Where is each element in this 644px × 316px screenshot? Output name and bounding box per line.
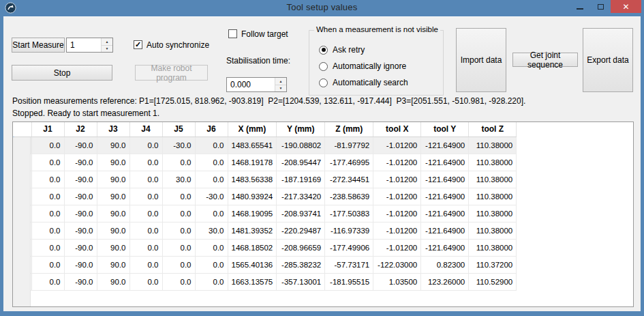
table-cell[interactable]: 90.0 <box>97 222 129 239</box>
column-header[interactable]: Z (mm) <box>325 122 373 137</box>
get-joint-sequence-button[interactable]: Get joint sequence <box>512 53 578 67</box>
column-header[interactable]: tool Y <box>421 122 469 137</box>
close-button[interactable]: ✕ <box>611 0 641 13</box>
table-cell[interactable]: 110.38000 <box>469 222 517 239</box>
table-cell[interactable]: 0.0 <box>31 137 64 154</box>
table-cell[interactable]: 1483.65541 <box>228 137 277 154</box>
table-cell[interactable]: -90.0 <box>64 154 97 171</box>
table-cell[interactable]: -220.29487 <box>277 222 325 239</box>
table-cell[interactable]: 90.0 <box>97 205 129 222</box>
table-cell[interactable]: -238.58639 <box>325 188 373 205</box>
table-cell[interactable]: 1.03500 <box>373 273 421 290</box>
table-cell[interactable]: -121.64900 <box>421 239 469 256</box>
table-cell[interactable]: -121.64900 <box>421 222 469 239</box>
table-cell[interactable]: -116.97339 <box>325 222 373 239</box>
table-cell[interactable]: -1.01200 <box>373 222 421 239</box>
table-cell[interactable]: 1481.39352 <box>228 222 277 239</box>
table-cell[interactable]: 0.0 <box>31 239 64 256</box>
table-cell[interactable]: 0.0 <box>195 205 228 222</box>
title-bar[interactable]: Tool setup values ✕ <box>0 0 644 16</box>
table-cell[interactable]: -121.64900 <box>421 188 469 205</box>
table-cell[interactable]: -30.0 <box>162 137 195 154</box>
table-cell[interactable]: 1468.19178 <box>228 154 277 171</box>
table-cell[interactable]: 0.0 <box>162 256 195 273</box>
table-cell[interactable]: -1.01200 <box>373 205 421 222</box>
table-cell[interactable]: 0.0 <box>31 188 64 205</box>
table-cell[interactable]: -90.0 <box>64 222 97 239</box>
radio-icon[interactable] <box>319 78 328 87</box>
measure-number-value[interactable]: 1 <box>67 38 101 52</box>
table-cell[interactable]: -177.49906 <box>325 239 373 256</box>
table-cell[interactable]: 90.0 <box>97 137 129 154</box>
maximize-button[interactable] <box>590 0 611 13</box>
table-cell[interactable]: -181.95515 <box>325 273 373 290</box>
table-cell[interactable]: 90.0 <box>97 256 129 273</box>
table-cell[interactable]: 30.0 <box>195 222 228 239</box>
column-header[interactable]: J2 <box>64 122 97 137</box>
table-cell[interactable]: -208.96659 <box>277 239 325 256</box>
table-cell[interactable]: 110.38000 <box>469 154 517 171</box>
table-cell[interactable]: -217.33420 <box>277 188 325 205</box>
table-cell[interactable]: 90.0 <box>97 273 129 290</box>
table-cell[interactable]: -272.34451 <box>325 171 373 188</box>
table-cell[interactable]: -177.50383 <box>325 205 373 222</box>
table-cell[interactable]: 0.0 <box>129 256 162 273</box>
spin-down-icon[interactable]: ▼ <box>275 85 286 92</box>
table-cell[interactable]: 1468.18502 <box>228 239 277 256</box>
table-cell[interactable]: 90.0 <box>97 188 129 205</box>
table-cell[interactable]: -30.0 <box>195 188 228 205</box>
table-cell[interactable]: 110.38000 <box>469 137 517 154</box>
table-cell[interactable]: 0.0 <box>195 154 228 171</box>
table-cell[interactable]: -1.01200 <box>373 239 421 256</box>
column-header[interactable]: Y (mm) <box>277 122 325 137</box>
column-header[interactable]: X (mm) <box>228 122 277 137</box>
radio-icon[interactable] <box>319 62 328 71</box>
table-cell[interactable]: -208.95447 <box>277 154 325 171</box>
table-cell[interactable]: -1.01200 <box>373 154 421 171</box>
table-cell[interactable]: 0.0 <box>31 171 64 188</box>
table-cell[interactable]: 0.0 <box>195 171 228 188</box>
table-cell[interactable]: -1.01200 <box>373 188 421 205</box>
radio-option-automatically-search[interactable]: Automatically search <box>319 74 440 91</box>
column-header[interactable]: J6 <box>195 122 228 137</box>
table-cell[interactable]: 90.0 <box>97 239 129 256</box>
table-cell[interactable]: 0.82300 <box>421 256 469 273</box>
table-cell[interactable]: 110.38000 <box>469 171 517 188</box>
auto-synchronize-checkbox[interactable]: Auto synchronize <box>134 40 209 50</box>
table-cell[interactable]: 110.52900 <box>469 273 517 290</box>
table-cell[interactable]: 0.0 <box>162 222 195 239</box>
table-cell[interactable]: 110.37200 <box>469 256 517 273</box>
table-cell[interactable]: -187.19169 <box>277 171 325 188</box>
table-cell[interactable]: 0.0 <box>162 273 195 290</box>
spin-down-icon[interactable]: ▼ <box>102 46 112 53</box>
table-cell[interactable]: -90.0 <box>64 239 97 256</box>
table-cell[interactable]: 0.0 <box>162 205 195 222</box>
table-cell[interactable]: 0.0 <box>195 273 228 290</box>
table-cell[interactable]: -121.64900 <box>421 154 469 171</box>
column-header[interactable]: J3 <box>97 122 129 137</box>
table-cell[interactable]: 110.38000 <box>469 188 517 205</box>
table-cell[interactable]: 0.0 <box>129 273 162 290</box>
table-cell[interactable]: -285.38232 <box>277 256 325 273</box>
table-cell[interactable]: 0.0 <box>129 222 162 239</box>
spin-up-icon[interactable]: ▲ <box>102 38 112 46</box>
measurements-table[interactable]: J1J2J3J4J5J6X (mm)Y (mm)Z (mm)tool Xtool… <box>12 121 634 307</box>
table-cell[interactable]: -90.0 <box>64 137 97 154</box>
table-cell[interactable]: 0.0 <box>162 239 195 256</box>
table-cell[interactable]: 0.0 <box>162 188 195 205</box>
table-cell[interactable]: 0.0 <box>31 222 64 239</box>
table-cell[interactable]: -190.08802 <box>277 137 325 154</box>
radio-option-ask-retry[interactable]: Ask retry <box>319 42 440 58</box>
table-cell[interactable]: 0.0 <box>129 188 162 205</box>
table-cell[interactable]: 0.0 <box>195 137 228 154</box>
checkbox-icon[interactable] <box>228 29 237 38</box>
table-cell[interactable]: -90.0 <box>64 171 97 188</box>
table-cell[interactable]: 0.0 <box>195 256 228 273</box>
table-cell[interactable]: 1480.93924 <box>228 188 277 205</box>
stop-button[interactable]: Stop <box>12 65 112 81</box>
table-cell[interactable]: 0.0 <box>195 239 228 256</box>
stabilisation-time-spinner[interactable]: 0.000 ▲ ▼ <box>226 77 287 92</box>
table-cell[interactable]: 0.0 <box>31 154 64 171</box>
table-cell[interactable]: 110.38000 <box>469 205 517 222</box>
table-cell[interactable]: 0.0 <box>31 256 64 273</box>
